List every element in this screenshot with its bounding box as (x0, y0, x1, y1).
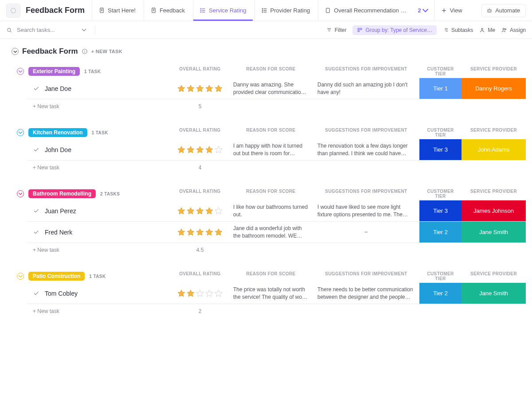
cell-tier[interactable]: Tier 1 (419, 78, 462, 99)
col-tier-header[interactable]: CUSTOMER TIER (419, 66, 462, 76)
assign-button[interactable]: Assign (501, 27, 526, 33)
collapse-toggle[interactable] (17, 190, 24, 197)
cell-suggestions[interactable]: Danny did such an amazing job I don't ha… (313, 78, 419, 99)
status-check-icon[interactable] (33, 146, 39, 153)
subtasks-button[interactable]: Subtasks (443, 27, 473, 33)
automate-button[interactable]: Automate (481, 4, 526, 17)
group-icon (357, 27, 363, 33)
svg-rect-9 (326, 8, 330, 13)
tab-overall-recommendation[interactable]: Overall Recommendation … (318, 0, 412, 21)
cell-tier[interactable]: Tier 2 (419, 283, 462, 304)
tab-service-rating[interactable]: Service Rating (193, 0, 253, 21)
cell-reason[interactable]: I like how our bathrooms turned out. (229, 200, 313, 221)
col-tier-header[interactable]: CUSTOMER TIER (419, 128, 462, 137)
info-icon[interactable] (82, 48, 88, 55)
col-tier-header[interactable]: CUSTOMER TIER (419, 189, 462, 199)
cell-rating[interactable] (171, 222, 229, 242)
cell-rating[interactable] (171, 78, 229, 99)
col-provider-header[interactable]: SERVICE PROVIDER (462, 66, 526, 76)
cell-rating[interactable] (171, 139, 229, 160)
top-nav: Feedback Form Start Here!FeedbackService… (0, 0, 532, 21)
svg-rect-22 (84, 51, 85, 53)
new-task-header-button[interactable]: + NEW TASK (91, 49, 122, 54)
task-row[interactable]: Tom CobleyThe price was totally not wort… (27, 283, 526, 304)
task-row[interactable]: Fred NerkJane did a wonderful job with t… (27, 222, 526, 243)
cell-suggestions[interactable]: There needs to be better communication b… (313, 283, 419, 304)
cell-tier[interactable]: Tier 3 (419, 139, 462, 160)
tab-provider-rating[interactable]: Provider Rating (254, 0, 317, 21)
col-suggestions-header[interactable]: SUGGESTIONS FOR IMPROVEMENT (313, 189, 419, 199)
group-by-button[interactable]: Group by: Type of Service… (352, 25, 437, 35)
group-pill[interactable]: Kitchen Renovation (28, 128, 87, 137)
cell-provider[interactable]: Danny Rogers (462, 78, 526, 99)
collapse-toggle[interactable] (17, 129, 24, 136)
collapse-toggle[interactable] (17, 273, 24, 280)
me-button[interactable]: Me (479, 27, 495, 33)
collapse-toggle[interactable] (17, 68, 24, 75)
subtasks-icon (443, 27, 449, 33)
svg-point-19 (505, 29, 506, 30)
automate-label: Automate (495, 7, 520, 14)
tab-feedback[interactable]: Feedback (144, 0, 191, 21)
cell-provider[interactable]: Jane Smith (462, 283, 526, 304)
cell-provider[interactable]: Jane Smith (462, 222, 526, 242)
task-row[interactable]: Jane DoeDanny was amazing. She provided … (27, 78, 526, 99)
col-provider-header[interactable]: SERVICE PROVIDER (462, 128, 526, 137)
filter-button[interactable]: Filter (326, 27, 347, 33)
task-name: Tom Cobley (45, 290, 78, 297)
new-task-button[interactable]: + New task (27, 308, 171, 314)
cell-tier[interactable]: Tier 2 (419, 222, 462, 242)
cell-rating[interactable] (171, 283, 229, 304)
task-row[interactable]: Juan PerezI like how our bathrooms turne… (27, 200, 526, 222)
col-reason-header[interactable]: REASON FOR SCORE (229, 189, 313, 199)
col-suggestions-header[interactable]: SUGGESTIONS FOR IMPROVEMENT (313, 128, 419, 137)
col-rating-header[interactable]: OVERALL RATING (171, 128, 229, 137)
cell-reason[interactable]: Jane did a wonderful job with the bathro… (229, 222, 313, 242)
extra-views-number: 2 (418, 7, 421, 14)
group-pill[interactable]: Patio Construction (28, 272, 85, 281)
cell-tier[interactable]: Tier 3 (419, 200, 462, 221)
cell-reason[interactable]: Danny was amazing. She provided clear co… (229, 78, 313, 99)
new-task-button[interactable]: + New task (27, 247, 171, 253)
cell-reason[interactable]: I am happy with how it turned out but th… (229, 139, 313, 160)
col-suggestions-header[interactable]: SUGGESTIONS FOR IMPROVEMENT (313, 66, 419, 76)
status-check-icon[interactable] (33, 290, 39, 297)
svg-point-13 (8, 28, 11, 31)
cell-suggestions[interactable]: The renovation took a few days longer th… (313, 139, 419, 160)
cell-suggestions[interactable]: – (313, 222, 419, 242)
col-reason-header[interactable]: REASON FOR SCORE (229, 271, 313, 281)
status-check-icon[interactable] (33, 85, 39, 92)
cell-suggestions[interactable]: I would have liked to see more light fix… (313, 200, 419, 221)
col-reason-header[interactable]: REASON FOR SCORE (229, 128, 313, 137)
cell-provider[interactable]: John Adams (462, 139, 526, 160)
status-check-icon[interactable] (33, 229, 39, 235)
col-reason-header[interactable]: REASON FOR SCORE (229, 66, 313, 76)
search-box[interactable] (6, 26, 90, 34)
cell-rating[interactable] (171, 200, 229, 221)
group-task-count: 1 TASK (92, 130, 108, 135)
col-provider-header[interactable]: SERVICE PROVIDER (462, 189, 526, 199)
task-row[interactable]: John DoeI am happy with how it turned ou… (27, 139, 526, 160)
col-suggestions-header[interactable]: SUGGESTIONS FOR IMPROVEMENT (313, 271, 419, 281)
cell-reason[interactable]: The price was totally not worth the serv… (229, 283, 313, 304)
status-check-icon[interactable] (33, 207, 39, 214)
group-pill[interactable]: Exterior Painting (28, 67, 80, 76)
group-pill[interactable]: Bathroom Remodelling (28, 189, 96, 198)
group-task-count: 2 TASKS (100, 192, 120, 196)
new-task-button[interactable]: + New task (27, 103, 171, 110)
tab-start-here[interactable]: Start Here! (92, 0, 142, 21)
cell-provider[interactable]: James Johnson (462, 200, 526, 221)
col-rating-header[interactable]: OVERALL RATING (171, 271, 229, 281)
col-rating-header[interactable]: OVERALL RATING (171, 189, 229, 199)
col-tier-header[interactable]: CUSTOMER TIER (419, 271, 462, 281)
col-provider-header[interactable]: SERVICE PROVIDER (462, 271, 526, 281)
chevron-down-icon[interactable] (82, 27, 86, 32)
col-rating-header[interactable]: OVERALL RATING (171, 66, 229, 76)
new-task-button[interactable]: + New task (27, 164, 171, 171)
search-input[interactable] (16, 26, 78, 34)
add-view-button[interactable]: View (434, 0, 469, 21)
extra-views-count[interactable]: 2 (414, 0, 432, 21)
app-logo[interactable] (6, 4, 20, 18)
status-circle-icon[interactable] (12, 48, 19, 55)
svg-point-0 (11, 8, 16, 13)
